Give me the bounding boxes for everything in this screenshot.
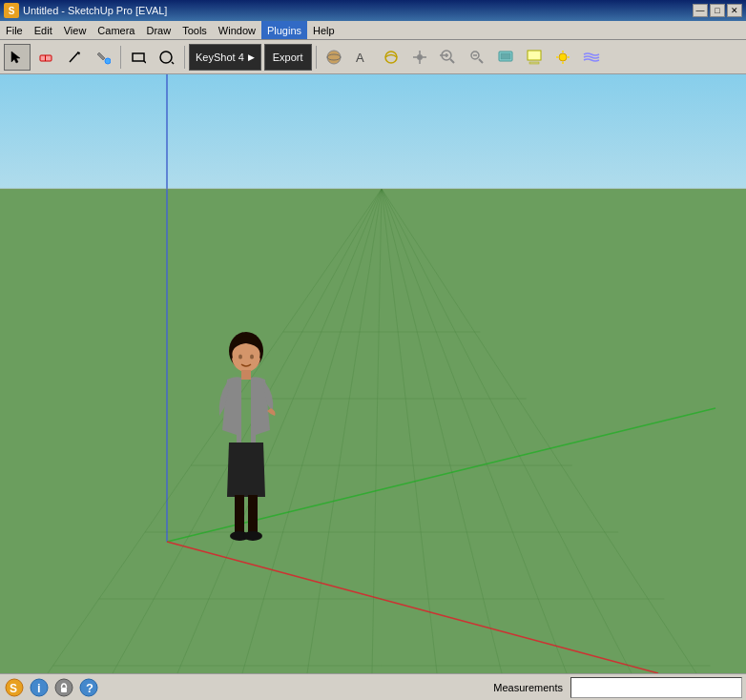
toolbar-sep-1 bbox=[120, 46, 121, 69]
svg-line-15 bbox=[450, 59, 454, 63]
sketchup-icon[interactable]: S bbox=[4, 677, 25, 698]
svg-line-2 bbox=[70, 52, 78, 62]
menu-item-help[interactable]: Help bbox=[307, 21, 341, 39]
statusbar: S i ? Measurements bbox=[0, 673, 746, 700]
svg-text:A: A bbox=[356, 51, 364, 65]
keyshot-button[interactable]: KeyShot 4 ▶ bbox=[189, 44, 261, 71]
svg-text:?: ? bbox=[86, 681, 93, 695]
svg-point-36 bbox=[243, 531, 262, 541]
orbit-button[interactable] bbox=[378, 44, 404, 71]
svg-rect-32 bbox=[241, 370, 251, 380]
svg-rect-24 bbox=[529, 62, 539, 64]
toolbar-sep-3 bbox=[316, 46, 317, 69]
rectangle-button[interactable] bbox=[125, 44, 152, 71]
svg-point-37 bbox=[238, 355, 242, 360]
info-icon[interactable]: i bbox=[29, 677, 50, 698]
svg-line-19 bbox=[479, 59, 483, 63]
svg-rect-22 bbox=[501, 53, 510, 59]
select-tool-button[interactable] bbox=[4, 44, 31, 71]
pencil-button[interactable] bbox=[61, 44, 88, 71]
svg-text:i: i bbox=[37, 681, 41, 695]
zoom-button[interactable] bbox=[435, 44, 462, 71]
menu-item-camera[interactable]: Camera bbox=[92, 21, 140, 39]
titlebar-left: S Untitled - SketchUp Pro [EVAL] bbox=[4, 3, 167, 18]
svg-point-12 bbox=[385, 51, 397, 63]
titlebar-title: Untitled - SketchUp Pro [EVAL] bbox=[23, 5, 167, 16]
materials-button[interactable] bbox=[321, 44, 347, 71]
titlebar-controls[interactable]: — □ ✕ bbox=[693, 4, 742, 17]
layers-button[interactable] bbox=[492, 44, 519, 71]
svg-point-4 bbox=[105, 58, 111, 64]
titlebar: S Untitled - SketchUp Pro [EVAL] — □ ✕ bbox=[0, 0, 746, 21]
svg-rect-1 bbox=[45, 55, 46, 61]
shadows-button[interactable] bbox=[549, 44, 576, 71]
measurements-input[interactable] bbox=[570, 677, 742, 698]
measurements-label: Measurements bbox=[493, 682, 567, 693]
viewport-canvas bbox=[0, 74, 746, 673]
lock-icon[interactable] bbox=[53, 677, 74, 698]
svg-line-8 bbox=[172, 62, 174, 64]
svg-line-6 bbox=[144, 61, 146, 63]
menu-item-file[interactable]: File bbox=[0, 21, 29, 39]
components-button[interactable]: A bbox=[349, 44, 376, 71]
help-icon[interactable]: ? bbox=[78, 677, 99, 698]
svg-point-13 bbox=[417, 54, 423, 60]
menubar: FileEditViewCameraDrawToolsWindowPlugins… bbox=[0, 21, 746, 40]
svg-rect-34 bbox=[248, 495, 258, 535]
close-button[interactable]: ✕ bbox=[727, 4, 742, 17]
menu-item-edit[interactable]: Edit bbox=[29, 21, 58, 39]
human-figure bbox=[208, 330, 284, 549]
svg-rect-33 bbox=[235, 495, 244, 535]
scenes-button[interactable] bbox=[521, 44, 548, 71]
toolbar: KeyShot 4 ▶ Export A bbox=[0, 40, 746, 74]
svg-text:S: S bbox=[10, 682, 17, 695]
svg-point-25 bbox=[559, 53, 567, 61]
export-button[interactable]: Export bbox=[264, 44, 312, 71]
fog-button[interactable] bbox=[578, 44, 605, 71]
app-icon: S bbox=[4, 3, 19, 18]
toolbar-sep-2 bbox=[184, 46, 185, 69]
svg-rect-5 bbox=[133, 53, 144, 61]
menu-item-plugins[interactable]: Plugins bbox=[261, 21, 307, 39]
keyshot-arrow-icon: ▶ bbox=[248, 52, 255, 62]
eraser-button[interactable] bbox=[32, 44, 59, 71]
pan-button[interactable] bbox=[406, 44, 433, 71]
svg-point-7 bbox=[160, 51, 172, 63]
export-label: Export bbox=[273, 51, 303, 63]
maximize-button[interactable]: □ bbox=[710, 4, 725, 17]
menu-item-tools[interactable]: Tools bbox=[176, 21, 213, 39]
paint-button[interactable] bbox=[90, 44, 116, 71]
svg-rect-23 bbox=[528, 51, 541, 60]
menu-item-window[interactable]: Window bbox=[213, 21, 261, 39]
svg-rect-44 bbox=[61, 688, 67, 692]
circle-button[interactable] bbox=[154, 44, 180, 71]
viewport[interactable] bbox=[0, 74, 746, 673]
svg-point-38 bbox=[250, 355, 254, 360]
zoom-extents-button[interactable] bbox=[464, 44, 490, 71]
minimize-button[interactable]: — bbox=[693, 4, 708, 17]
svg-point-9 bbox=[327, 51, 341, 64]
menu-item-view[interactable]: View bbox=[58, 21, 93, 39]
menu-item-draw[interactable]: Draw bbox=[140, 21, 176, 39]
keyshot-label: KeyShot 4 bbox=[196, 51, 244, 63]
